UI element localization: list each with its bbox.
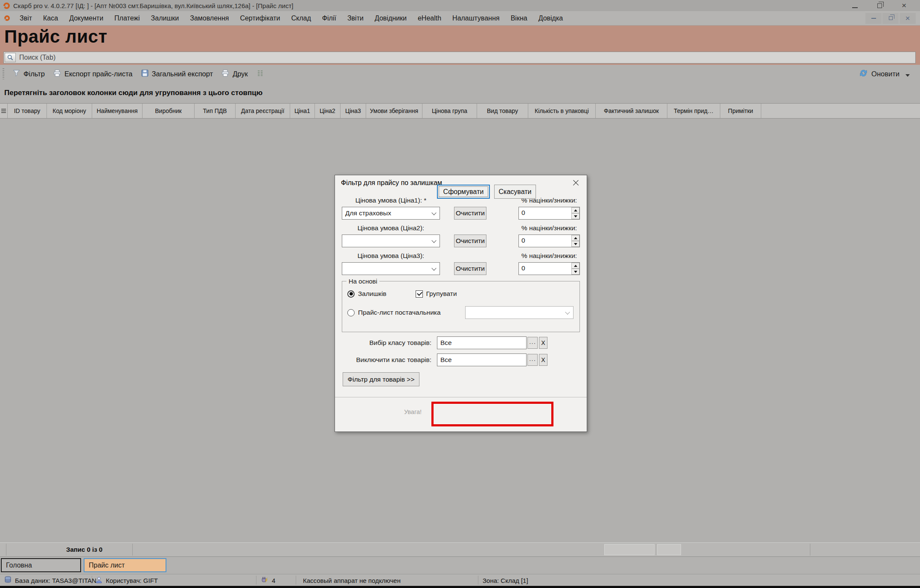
percent-label: % націнки/знижки: [515,224,583,232]
columns-button[interactable] [252,68,268,80]
column-header[interactable]: Вид товару [477,104,528,118]
cancel-button[interactable]: Скасувати [494,185,536,199]
mdi-minimize-icon[interactable] [865,13,882,24]
class-select-label: Вибір класу товарів: [342,339,431,347]
submit-button[interactable]: Сформувати [437,185,490,199]
menubar: ЗвітКасаДокументиПлатежіЗалишкиЗамовленн… [0,11,920,26]
column-header[interactable]: Цінова група [422,104,477,118]
column-header[interactable]: Фактичний залишок [596,104,667,118]
toolbar-grip-handle[interactable] [3,68,4,79]
spin-down-icon[interactable] [571,269,579,275]
warning-label: Увага! [335,408,422,415]
column-header[interactable]: Тип ПДВ [195,104,236,118]
record-bar-segment [604,544,655,555]
column-header[interactable]: Виробник [143,104,195,118]
clear-button[interactable]: Очистити [454,262,486,275]
general-export-button[interactable]: Загальний експорт [137,68,218,80]
chevron-down-icon [431,210,436,215]
dialog-close-icon[interactable] [571,178,581,188]
percent-spinner[interactable]: 0 [518,207,580,220]
price-condition-row: Цінова умова (Ціна1): * % націнки/знижки… [342,197,580,220]
class-select-field[interactable]: Все [437,336,527,349]
spin-down-icon[interactable] [571,213,579,219]
class-select-browse-button[interactable]: ··· [527,337,538,349]
toolbar: Фільтр Експорт прайс-листа Загальний екс… [0,65,920,83]
column-header[interactable]: Найменування [92,104,143,118]
price-condition-combobox[interactable] [342,235,440,247]
goods-filter-button[interactable]: Фільтр для товарів >> [343,372,419,386]
status-bar: База даних: TASA3@TITAN Користувач: GIFT… [0,574,920,586]
export-price-button[interactable]: Експорт прайс-листа [49,68,137,80]
class-exclude-field[interactable]: Все [437,353,527,366]
tab-home[interactable]: Головна [1,558,81,572]
column-header[interactable]: Термін прид… [667,104,720,118]
filter-button[interactable]: Фільтр [9,68,49,80]
class-exclude-browse-button[interactable]: ··· [527,354,538,366]
spin-down-icon[interactable] [571,241,579,247]
printer-icon [53,70,61,78]
price-condition-combobox[interactable] [342,262,440,275]
close-icon[interactable]: × [902,2,906,9]
menu-item[interactable]: Платежі [109,12,146,24]
clear-button[interactable]: Очистити [454,207,486,220]
menu-item[interactable]: Документи [64,12,109,24]
row-indicator-icon [0,104,8,118]
menu-item[interactable]: Налаштування [447,12,505,24]
refresh-button[interactable]: Оновити [859,69,914,79]
spin-up-icon[interactable] [571,207,579,213]
column-header[interactable]: Дата реєстрації [236,104,290,118]
percent-spinner[interactable]: 0 [518,235,580,247]
record-bar-segment [657,544,681,555]
column-header[interactable]: Ціна2 [315,104,341,118]
menu-items: ЗвітКасаДокументиПлатежіЗалишкиЗамовленн… [14,12,568,24]
percent-spinner[interactable]: 0 [518,262,580,275]
clear-button[interactable]: Очистити [454,235,486,247]
group-checkbox[interactable] [416,290,423,298]
menu-item[interactable]: Довідники [369,12,412,24]
menu-item[interactable]: Сертифікати [234,12,285,24]
column-header[interactable]: Ціна3 [341,104,366,118]
refresh-icon [859,69,868,79]
record-bar: Запис 0 із 0 [0,542,920,557]
menu-item[interactable]: Довідка [533,12,569,24]
column-header[interactable]: ID товару [8,104,47,118]
restore-icon[interactable] [877,2,882,9]
spin-up-icon[interactable] [571,263,579,269]
chevron-down-icon[interactable] [905,74,910,77]
price-condition-label: Цінова умова (Ціна3): [342,252,440,260]
menu-item[interactable]: Каса [38,12,64,24]
print-button[interactable]: Друк [217,68,252,80]
menu-item[interactable]: Філії [317,12,342,24]
column-header[interactable]: Ціна1 [290,104,315,118]
spin-up-icon[interactable] [571,235,579,241]
search-icon[interactable] [5,53,16,62]
search-input[interactable] [16,52,915,63]
minimize-icon[interactable] [852,2,858,9]
tab-price-list[interactable]: Прайс лист [84,558,166,572]
column-header[interactable]: Примітки [720,104,761,118]
radio-stock[interactable] [347,290,355,298]
menu-item[interactable]: Замовлення [184,12,234,24]
menu-item[interactable]: Залишки [146,12,185,24]
supplier-combobox[interactable] [465,306,574,319]
price-condition-combobox[interactable]: Для страховых [342,207,440,220]
price-condition-row: Цінова умова (Ціна3): % націнки/знижки: … [342,252,580,275]
menu-item[interactable]: eHealth [412,12,447,24]
column-header[interactable]: Код моріону [47,104,92,118]
column-header[interactable]: Кількість в упаковці [528,104,596,118]
menu-item[interactable]: Звіти [342,12,369,24]
class-exclude-clear-button[interactable]: X [539,354,547,366]
menu-item[interactable]: Звіт [14,12,38,24]
page-title: Прайс лист [4,26,107,47]
mdi-close-icon[interactable]: × [900,13,916,24]
save-icon [141,70,148,78]
class-select-clear-button[interactable]: X [539,337,547,349]
menu-item[interactable]: Вікна [505,12,533,24]
column-header[interactable]: Умови зберігання [366,104,422,118]
group-by-bar[interactable]: Перетягніть заголовок колонки сюди для у… [0,83,920,103]
price-condition-row: Цінова умова (Ціна2): % націнки/знижки: … [342,224,580,247]
user-icon [96,576,102,585]
radio-supplier[interactable] [347,309,355,316]
mdi-restore-icon[interactable] [882,13,899,24]
menu-item[interactable]: Склад [286,12,317,24]
